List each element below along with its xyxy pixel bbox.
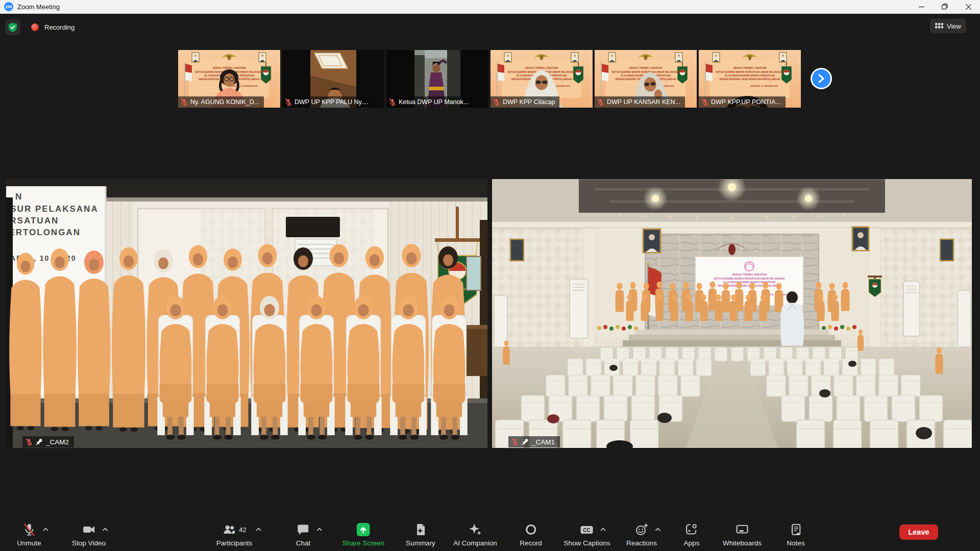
- minimize-button[interactable]: [910, 0, 933, 13]
- mic-muted-icon: [493, 98, 500, 106]
- whiteboards-label: Whiteboards: [723, 539, 762, 547]
- backdrop-text-line3: ERSATUAN: [6, 216, 59, 226]
- participant-tile-5[interactable]: DWP UP KANSAR KEN...: [595, 50, 697, 108]
- participant-name: DWP UP KANSAR KEN...: [607, 98, 680, 106]
- restore-button[interactable]: [933, 0, 957, 13]
- cam2-scene: N NSUR PELAKSANA ERSATUAN PERTOLONGAN KA…: [6, 179, 487, 448]
- record-button[interactable]: Record: [520, 521, 542, 547]
- mic-muted-icon: [181, 98, 188, 106]
- screen-line2: KETUA DHARMA WANITA PERSATUAN UNSUR PELA…: [714, 278, 785, 280]
- whiteboards-button[interactable]: Whiteboards: [723, 521, 762, 547]
- chevron-up-icon[interactable]: [600, 527, 606, 532]
- participant-name: DWP KPP Cilacap: [503, 98, 555, 106]
- chevron-up-icon[interactable]: [102, 527, 108, 532]
- participant-name-bar: Ketua DWP UP Manok...: [386, 96, 473, 108]
- window-titlebar: zm Zoom Meeting: [0, 0, 980, 14]
- notes-icon: [789, 523, 802, 536]
- unmute-label: Unmute: [17, 539, 41, 547]
- backdrop-text-line1: N: [15, 192, 22, 202]
- share-screen-label: Share Screen: [342, 539, 385, 547]
- video-name-bar: _CAM1: [508, 436, 560, 447]
- close-button[interactable]: [957, 0, 980, 13]
- reactions-label: Reactions: [626, 539, 657, 547]
- record-icon: [524, 523, 537, 536]
- stop-video-button[interactable]: Stop Video: [72, 521, 106, 547]
- chat-label: Chat: [296, 539, 311, 547]
- participants-label: Participants: [216, 539, 253, 547]
- share-screen-button[interactable]: Share Screen: [342, 521, 385, 547]
- whiteboards-icon: [736, 523, 749, 536]
- meeting-header: Recording View: [0, 14, 980, 40]
- participant-tile-3[interactable]: Ketua DWP UP Manok...: [386, 50, 488, 108]
- apps-button[interactable]: Apps: [684, 521, 700, 547]
- reactions-button[interactable]: Reactions: [626, 521, 657, 547]
- ai-companion-button[interactable]: AI Companion: [453, 521, 497, 547]
- show-captions-button[interactable]: CC Show Captions: [564, 521, 610, 547]
- pin-icon: [36, 438, 43, 446]
- mic-muted-icon: [389, 98, 396, 106]
- recording-indicator[interactable]: Recording: [5, 19, 75, 35]
- video-name: _CAM2: [46, 438, 69, 446]
- notes-button[interactable]: Notes: [787, 521, 804, 547]
- chevron-up-icon[interactable]: [655, 527, 661, 532]
- mic-muted-icon: [285, 98, 292, 106]
- participant-tile-6[interactable]: DWP KPP.UP PONTIA...: [699, 50, 801, 108]
- summary-button[interactable]: Summary: [406, 521, 435, 547]
- recording-dot-icon: [31, 23, 39, 31]
- participant-name-bar: DWP UP KPP PALU Ny....: [282, 96, 373, 108]
- share-screen-icon: [357, 523, 370, 536]
- participant-name-bar: DWP UP KANSAR KEN...: [595, 96, 685, 108]
- summary-label: Summary: [406, 539, 435, 547]
- chevron-up-icon[interactable]: [316, 527, 323, 532]
- reactions-smiley-icon: [635, 523, 648, 536]
- view-label: View: [947, 22, 961, 30]
- cam1-scene: SERAH TERIMA JABATAN KETUA DHARMA WANITA…: [492, 179, 972, 448]
- zoom-app-icon: zm: [4, 2, 13, 11]
- participant-name: Ny. AGUNG KONIK_D...: [190, 98, 259, 106]
- chevron-right-icon: [818, 74, 825, 83]
- backdrop-text-line4: PERTOLONGAN: [6, 228, 81, 237]
- main-video-cam2[interactable]: N NSUR PELAKSANA ERSATUAN PERTOLONGAN KA…: [6, 179, 487, 448]
- svg-text:CC: CC: [583, 528, 591, 533]
- screen-title: SERAH TERIMA JABATAN: [732, 273, 766, 276]
- mic-muted-icon: [511, 438, 519, 446]
- participants-button[interactable]: 42 Participants: [216, 521, 253, 547]
- restore-icon: [942, 4, 948, 10]
- participant-name-bar: DWP KPP.UP PONTIA...: [699, 96, 786, 108]
- mic-muted-icon: [597, 98, 604, 106]
- unmute-button[interactable]: Unmute: [17, 521, 41, 547]
- close-icon: [966, 4, 971, 10]
- participant-tile-4[interactable]: DWP KPP Cilacap: [491, 50, 593, 108]
- apps-label: Apps: [684, 539, 700, 547]
- view-button[interactable]: View: [930, 19, 966, 33]
- pin-icon: [522, 438, 529, 446]
- recording-label: Recording: [44, 23, 75, 31]
- mic-muted-icon: [701, 98, 708, 106]
- participant-filmstrip: Ny. AGUNG KONIK_D...: [178, 50, 801, 108]
- participant-name-bar: DWP KPP Cilacap: [491, 96, 559, 108]
- ai-companion-label: AI Companion: [453, 539, 497, 547]
- chat-bubble-icon: [297, 523, 310, 536]
- shield-check-icon: [8, 22, 18, 33]
- participant-tile-2[interactable]: DWP UP KPP PALU Ny....: [282, 50, 384, 108]
- chevron-up-icon[interactable]: [256, 527, 262, 532]
- record-label: Record: [520, 539, 542, 547]
- show-captions-label: Show Captions: [564, 539, 610, 547]
- mic-muted-icon: [22, 523, 36, 536]
- main-video-cam1[interactable]: SERAH TERIMA JABATAN KETUA DHARMA WANITA…: [492, 179, 972, 448]
- stop-video-label: Stop Video: [72, 539, 106, 547]
- next-participants-button[interactable]: [811, 68, 832, 89]
- chat-button[interactable]: Chat: [296, 521, 311, 547]
- participant-name-bar: Ny. AGUNG KONIK_D...: [178, 96, 264, 108]
- minimize-icon: [919, 4, 924, 10]
- participants-icon: [222, 523, 235, 536]
- chevron-up-icon[interactable]: [42, 527, 48, 532]
- leave-button[interactable]: Leave: [899, 524, 938, 540]
- backdrop-text-line2: NSUR PELAKSANA: [6, 204, 99, 214]
- participant-tile-1[interactable]: Ny. AGUNG KONIK_D...: [178, 50, 280, 108]
- notes-label: Notes: [787, 539, 804, 547]
- gallery-grid-icon: [935, 22, 943, 30]
- security-shield-badge[interactable]: [5, 19, 20, 35]
- ai-companion-icon: [469, 523, 482, 536]
- participant-name: DWP UP KPP PALU Ny....: [295, 98, 369, 106]
